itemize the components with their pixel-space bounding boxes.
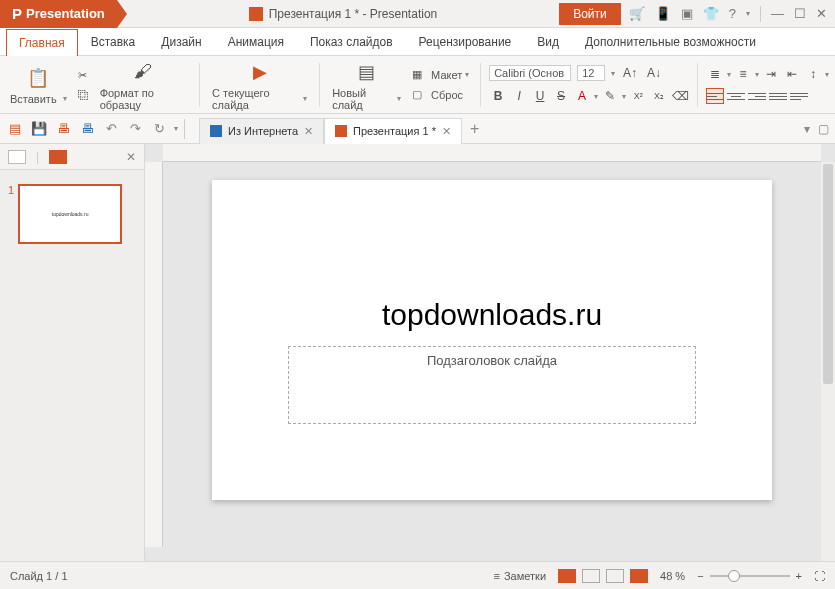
format-painter-label: Формат по образцу: [100, 87, 188, 111]
increase-font-icon[interactable]: A↑: [621, 64, 639, 82]
tab-insert[interactable]: Вставка: [78, 28, 149, 55]
font-color-button[interactable]: A: [573, 87, 591, 105]
normal-view-button[interactable]: [558, 569, 576, 583]
align-justify-button[interactable]: [769, 88, 787, 104]
print-icon[interactable]: 🖶: [54, 120, 72, 138]
from-current-group[interactable]: ▶ С текущего слайда▾: [208, 59, 311, 111]
login-button[interactable]: Войти: [559, 3, 621, 25]
quickbar-dropdown[interactable]: ▾: [174, 124, 178, 133]
window-title: Презентация 1 * - Presentation: [127, 7, 559, 21]
close-icon[interactable]: ✕: [816, 6, 827, 21]
underline-button[interactable]: U: [531, 87, 549, 105]
titlebar: P Presentation Презентация 1 * - Present…: [0, 0, 835, 28]
align-left-button[interactable]: [706, 88, 724, 104]
thumbnail-item[interactable]: 1 topdownloads.ru: [8, 184, 136, 244]
skin-icon[interactable]: 👕: [703, 6, 719, 21]
tab-more[interactable]: Дополнительные возможности: [572, 28, 769, 55]
tab-animation[interactable]: Анимация: [215, 28, 297, 55]
reset-button[interactable]: ▢ Сброс: [409, 86, 472, 103]
doc-tab-internet[interactable]: Из Интернета ✕: [199, 118, 324, 144]
tab-review[interactable]: Рецензирование: [406, 28, 525, 55]
outline-view-button[interactable]: [49, 150, 67, 164]
thumbnail-slide[interactable]: topdownloads.ru: [18, 184, 122, 244]
slide-title[interactable]: topdownloads.ru: [212, 298, 772, 332]
slide-subtitle-box[interactable]: Подзаголовок слайда: [288, 346, 696, 424]
italic-button[interactable]: I: [510, 87, 528, 105]
cut-button[interactable]: ✂: [75, 67, 92, 84]
thumb-view-button[interactable]: [8, 150, 26, 164]
subscript-button[interactable]: X₂: [650, 87, 668, 105]
line-spacing-button[interactable]: ↕: [804, 65, 822, 83]
font-name-select[interactable]: Calibri (Основ: [489, 65, 571, 81]
add-tab-button[interactable]: +: [462, 120, 487, 138]
minimize-icon[interactable]: —: [771, 6, 784, 21]
close-tab-icon[interactable]: ✕: [304, 125, 313, 138]
zoom-thumb[interactable]: [728, 570, 740, 582]
repeat-icon[interactable]: ↻: [150, 120, 168, 138]
paste-group[interactable]: 📋 Вставить▾: [6, 65, 71, 105]
reset-label: Сброс: [431, 89, 463, 101]
font-color-dropdown[interactable]: ▾: [594, 92, 598, 101]
superscript-button[interactable]: X²: [629, 87, 647, 105]
workspace: | ✕ 1 topdownloads.ru topdownloads.ru По…: [0, 144, 835, 561]
help-icon[interactable]: ?: [729, 6, 736, 21]
doc-tab-presentation[interactable]: Презентация 1 * ✕: [324, 118, 462, 144]
cart-icon[interactable]: 🛒: [629, 6, 645, 21]
layout-button[interactable]: ▦ Макет▾: [409, 66, 472, 83]
zoom-slider[interactable]: − +: [697, 570, 802, 582]
scrollbar-thumb[interactable]: [823, 164, 833, 384]
strike-button[interactable]: S: [552, 87, 570, 105]
align-center-button[interactable]: [727, 88, 745, 104]
close-panel-icon[interactable]: ✕: [126, 150, 136, 164]
save-icon[interactable]: 💾: [30, 120, 48, 138]
fit-to-window-button[interactable]: ⛶: [814, 570, 825, 582]
zoom-in-button[interactable]: +: [796, 570, 802, 582]
highlight-dropdown[interactable]: ▾: [622, 92, 626, 101]
new-doc-icon[interactable]: ▤: [6, 120, 24, 138]
tab-design[interactable]: Дизайн: [148, 28, 214, 55]
zoom-out-button[interactable]: −: [697, 570, 703, 582]
indent-increase-button[interactable]: ⇥: [762, 65, 780, 83]
redo-icon[interactable]: ↷: [126, 120, 144, 138]
bullets-button[interactable]: ≣: [706, 65, 724, 83]
new-slide-group[interactable]: ▤ Новый слайд▾: [328, 59, 405, 111]
print-preview-icon[interactable]: 🖶: [78, 120, 96, 138]
separator: |: [36, 150, 39, 164]
copy-button[interactable]: ⿻: [75, 87, 92, 103]
indent-decrease-button[interactable]: ⇤: [783, 65, 801, 83]
slide-subtitle[interactable]: Подзаголовок слайда: [427, 353, 557, 368]
phone-icon[interactable]: 📱: [655, 6, 671, 21]
tab-slideshow[interactable]: Показ слайдов: [297, 28, 406, 55]
font-size-dropdown[interactable]: ▾: [611, 69, 615, 78]
highlight-button[interactable]: ✎: [601, 87, 619, 105]
panel-toggle-icon[interactable]: ▢: [818, 122, 829, 136]
divider: [760, 6, 761, 22]
thumbnail-text: topdownloads.ru: [52, 211, 89, 217]
zoom-track[interactable]: [710, 575, 790, 577]
new-slide-icon: ▤: [354, 59, 380, 85]
help-dropdown[interactable]: ▾: [746, 9, 750, 18]
quickbar: ▤ 💾 🖶 🖶 ↶ ↷ ↻ ▾ Из Интернета ✕ Презентац…: [0, 114, 835, 144]
tab-view[interactable]: Вид: [524, 28, 572, 55]
app-name: Presentation: [26, 6, 105, 21]
screenshot-icon[interactable]: ▣: [681, 6, 693, 21]
bold-button[interactable]: B: [489, 87, 507, 105]
vertical-scrollbar[interactable]: [821, 162, 835, 561]
format-painter-group[interactable]: 🖌 Формат по образцу: [96, 59, 192, 111]
align-distribute-button[interactable]: [790, 88, 808, 104]
maximize-icon[interactable]: ☐: [794, 6, 806, 21]
decrease-font-icon[interactable]: A↓: [645, 64, 663, 82]
align-right-button[interactable]: [748, 88, 766, 104]
slide[interactable]: topdownloads.ru Подзаголовок слайда: [212, 180, 772, 500]
slideshow-view-button[interactable]: [630, 569, 648, 583]
close-tab-icon[interactable]: ✕: [442, 125, 451, 138]
numbering-button[interactable]: ≡: [734, 65, 752, 83]
reading-view-button[interactable]: [606, 569, 624, 583]
tab-list-icon[interactable]: ▾: [804, 122, 810, 136]
undo-icon[interactable]: ↶: [102, 120, 120, 138]
sorter-view-button[interactable]: [582, 569, 600, 583]
tab-home[interactable]: Главная: [6, 29, 78, 56]
notes-button[interactable]: ≡ Заметки: [494, 570, 547, 582]
clear-format-button[interactable]: ⌫: [671, 87, 689, 105]
font-size-select[interactable]: 12: [577, 65, 605, 81]
